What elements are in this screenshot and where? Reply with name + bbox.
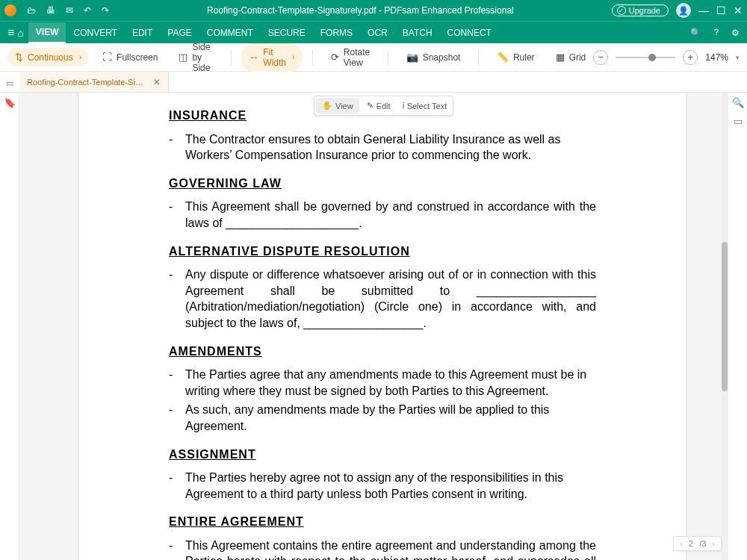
title-bar: 🗁 🖶 ✉ ↶ ↷ Roofing-Contract-Template-Sign…: [0, 0, 747, 21]
right-sidebar: 🔍 ▭: [728, 93, 747, 560]
para: As such, any amendments made by the Part…: [185, 402, 596, 434]
heading-amendments: AMENDMENTS: [169, 343, 596, 360]
undo-icon[interactable]: ↶: [84, 5, 91, 16]
continuous-icon: ⇅: [15, 52, 23, 63]
search-icon[interactable]: 🔍: [690, 28, 701, 38]
document-canvas[interactable]: INSURANCE -The Contractor ensures to obt…: [19, 93, 728, 560]
fit-width-button[interactable]: ↔ Fit Width ›: [241, 43, 302, 72]
ruler-icon: 📏: [497, 52, 509, 63]
floating-toolbar: ✋ View ✎ Edit Ꭵ Select Text: [314, 96, 453, 116]
upgrade-button[interactable]: ✓ Upgrade: [612, 4, 669, 16]
scrollbar-thumb[interactable]: [722, 242, 728, 391]
mail-icon[interactable]: ✉: [66, 5, 73, 16]
pdf-page: INSURANCE -The Contractor ensures to obt…: [79, 93, 686, 560]
check-icon: ✓: [617, 6, 626, 15]
heading-governing-law: GOVERNING LAW: [169, 175, 596, 192]
page-navigator[interactable]: ‹ 2 /3 ›: [673, 536, 722, 551]
search-panel-icon[interactable]: 🔍: [732, 97, 744, 108]
side-by-side-button[interactable]: ◫ Side by Side: [171, 38, 220, 77]
print-icon[interactable]: 🖶: [46, 5, 55, 16]
user-avatar-icon[interactable]: 👤: [676, 3, 691, 18]
page-total: /3: [699, 539, 706, 548]
grid-button[interactable]: ▦ Grid: [548, 48, 594, 66]
text-select-icon: Ꭵ: [403, 101, 404, 111]
heading-adr: ALTERNATIVE DISPUTE RESOLUTION: [169, 243, 596, 260]
chevron-down-icon[interactable]: ▾: [736, 54, 740, 61]
panel-icon[interactable]: ▭: [6, 78, 13, 88]
chevron-right-icon: ›: [292, 53, 294, 61]
upgrade-label: Upgrade: [629, 6, 660, 15]
bookmark-icon[interactable]: 🔖: [0, 93, 19, 108]
page-prev-icon[interactable]: ‹: [680, 539, 683, 548]
window-title: Roofing-Contract-Template-Signaturely.pd…: [109, 5, 612, 16]
float-view-button[interactable]: ✋ View: [316, 98, 359, 113]
camera-icon: 📷: [406, 52, 418, 63]
redo-icon[interactable]: ↷: [102, 5, 109, 16]
ruler-button[interactable]: 📏 Ruler: [489, 48, 542, 66]
help-icon[interactable]: ？: [712, 26, 721, 39]
maximize-icon[interactable]: ☐: [716, 4, 726, 16]
collapse-icon[interactable]: ▭: [734, 116, 743, 127]
float-select-button[interactable]: Ꭵ Select Text: [397, 98, 453, 113]
pencil-icon: ✎: [367, 101, 374, 111]
open-icon[interactable]: 🗁: [27, 5, 36, 16]
fitwidth-icon: ↔: [249, 52, 258, 63]
heading-assignment: ASSIGNMENT: [169, 447, 596, 463]
heading-entire-agreement: ENTIRE AGREEMENT: [169, 514, 596, 530]
zoom-slider[interactable]: [616, 57, 675, 58]
page-next-icon[interactable]: ›: [712, 539, 715, 548]
zoom-in-button[interactable]: +: [683, 50, 698, 65]
zoom-out-button[interactable]: −: [593, 50, 608, 65]
grid-icon: ▦: [556, 52, 565, 63]
fullscreen-button[interactable]: ⛶ Fullscreen: [95, 48, 165, 66]
hand-icon: ✋: [322, 101, 332, 111]
workspace: 🔖 INSURANCE -The Contractor ensures to o…: [0, 93, 747, 560]
para: The Parties hereby agree not to assign a…: [185, 470, 596, 502]
para: The Contractor ensures to obtain General…: [185, 131, 596, 164]
para: This Agreement contains the entire agree…: [185, 538, 596, 560]
minimize-icon[interactable]: —: [698, 4, 709, 16]
rotate-icon: ⟳: [331, 52, 339, 63]
chevron-right-icon: ›: [79, 53, 81, 61]
settings-icon[interactable]: ⚙: [731, 28, 740, 38]
home-icon[interactable]: ⌂: [17, 27, 23, 39]
document-tab[interactable]: Roofing-Contract-Template-Signaturel... …: [19, 72, 169, 92]
side-icon: ◫: [179, 52, 187, 63]
tab-close-icon[interactable]: ✕: [153, 77, 161, 87]
left-sidebar: 🔖: [0, 93, 19, 560]
para: The Parties agree that any amendments ma…: [185, 367, 596, 399]
para: This Agreement shall be governed by and …: [185, 199, 596, 231]
app-logo-icon: [4, 4, 16, 16]
float-edit-button[interactable]: ✎ Edit: [361, 98, 397, 113]
close-icon[interactable]: ✕: [734, 4, 743, 16]
continuous-button[interactable]: ⇅ Continuous ›: [7, 48, 89, 66]
page-current: 2: [689, 539, 693, 548]
rotate-button[interactable]: ⟳ Rotate View: [323, 43, 377, 72]
zoom-value: 147%: [705, 52, 728, 63]
snapshot-button[interactable]: 📷 Snapshot: [399, 48, 468, 66]
view-toolbar: ⇅ Continuous › ⛶ Fullscreen ◫ Side by Si…: [0, 43, 747, 72]
fullscreen-icon: ⛶: [102, 52, 112, 63]
para: Any dispute or difference whatsoever ari…: [185, 267, 596, 331]
